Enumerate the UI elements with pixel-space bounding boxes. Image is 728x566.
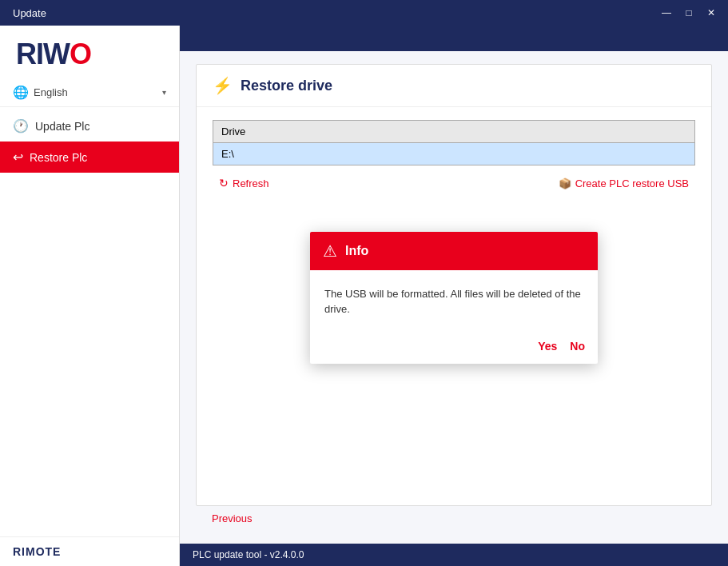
- content-main: ⚡ Restore drive Drive E:\: [180, 51, 728, 544]
- minimize-button[interactable]: —: [656, 5, 677, 21]
- yes-button[interactable]: Yes: [538, 340, 557, 353]
- status-text: PLC update tool - v2.4.0.0: [193, 549, 304, 560]
- nav-items: 🕐 Update Plc ↩ Restore Plc: [0, 107, 179, 536]
- app-body: RIWO 🌐 English ▾ 🕐 Update Plc ↩ Restore …: [0, 26, 728, 566]
- drive-column-header: Drive: [213, 121, 695, 143]
- restore-icon: ↩: [13, 149, 23, 165]
- content-footer: Previous: [196, 506, 712, 531]
- drive-table: Drive E:\: [213, 120, 695, 165]
- content-header: [180, 26, 728, 51]
- globe-icon: 🌐: [13, 85, 29, 100]
- toolbar: ↻ Refresh 📦 Create PLC restore USB: [213, 173, 695, 193]
- titlebar: Update — □ ✕: [0, 0, 728, 26]
- table-row[interactable]: E:\: [213, 143, 695, 165]
- sidebar: RIWO 🌐 English ▾ 🕐 Update Plc ↩ Restore …: [0, 26, 180, 566]
- chevron-down-icon: ▾: [162, 88, 166, 97]
- refresh-icon: ↻: [219, 177, 229, 189]
- refresh-label: Refresh: [233, 177, 269, 189]
- card-header: ⚡ Restore drive: [197, 65, 711, 107]
- titlebar-controls: — □ ✕: [656, 5, 722, 21]
- create-label: Create PLC restore USB: [575, 177, 689, 189]
- content-area: ⚡ Restore drive Drive E:\: [180, 26, 728, 566]
- rimote-brand: RIMOTE: [13, 545, 61, 558]
- no-button[interactable]: No: [570, 340, 585, 353]
- sidebar-logo: RIWO: [0, 26, 179, 78]
- maximize-button[interactable]: □: [678, 5, 699, 21]
- sidebar-item-update-plc[interactable]: 🕐 Update Plc: [0, 110, 179, 142]
- dialog-footer: Yes No: [310, 333, 598, 364]
- status-bar: PLC update tool - v2.4.0.0: [180, 544, 728, 566]
- create-plc-restore-button[interactable]: 📦 Create PLC restore USB: [552, 174, 695, 193]
- refresh-button[interactable]: ↻ Refresh: [213, 173, 276, 193]
- update-icon: 🕐: [13, 118, 29, 134]
- logo: RIWO: [16, 40, 163, 69]
- info-dialog: ⚠ Info The USB will be formatted. All fi…: [310, 232, 598, 364]
- drive-cell: E:\: [213, 143, 695, 165]
- nav-update-label: Update Plc: [35, 120, 90, 133]
- titlebar-title: Update: [13, 7, 46, 19]
- usb-icon: ⚡: [213, 76, 233, 95]
- previous-button[interactable]: Previous: [212, 512, 253, 524]
- package-icon: 📦: [559, 177, 571, 189]
- nav-restore-label: Restore Plc: [30, 151, 87, 164]
- dialog-message: The USB will be formatted. All files wil…: [324, 288, 581, 316]
- dialog-header: ⚠ Info: [310, 232, 598, 270]
- language-label: English: [34, 86, 68, 98]
- sidebar-item-restore-plc[interactable]: ↩ Restore Plc: [0, 142, 179, 173]
- language-selector[interactable]: 🌐 English ▾: [0, 78, 179, 107]
- dialog-title: Info: [345, 244, 368, 258]
- dialog-body: The USB will be formatted. All files wil…: [310, 270, 598, 333]
- close-button[interactable]: ✕: [701, 5, 722, 21]
- sidebar-footer: RIMOTE: [0, 536, 179, 566]
- warning-icon: ⚠: [323, 241, 337, 261]
- page-title: Restore drive: [241, 78, 332, 94]
